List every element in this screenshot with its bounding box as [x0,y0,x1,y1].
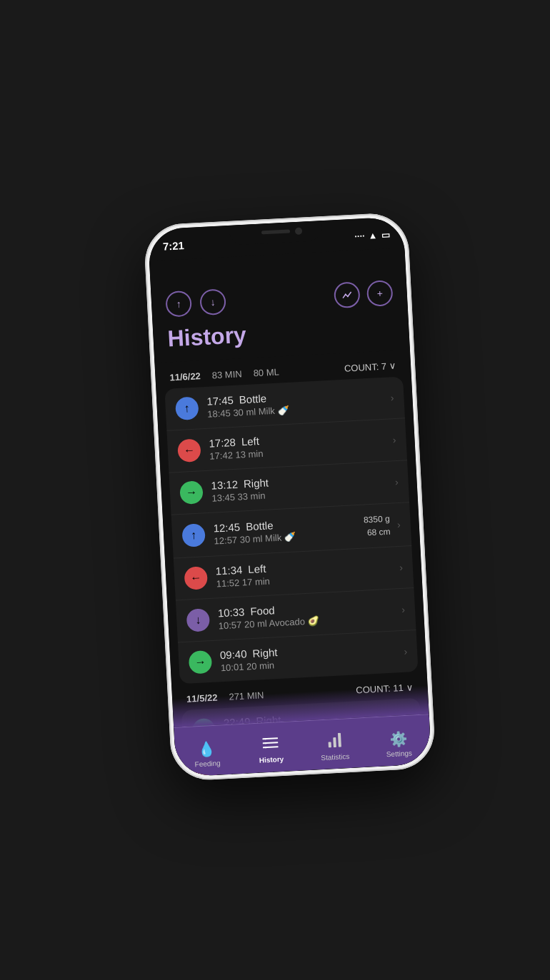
chevron-icon-1-4: › [399,561,404,572]
feed-icon-1-5: ↓ [186,608,211,632]
svg-rect-7 [265,747,267,748]
signal-icon: ···· [354,230,365,241]
feed-info-1-6: 09:40 Right 10:01 20 min [220,640,402,673]
feed-info-1-4: 11:34 Left 11:52 17 min [215,555,397,589]
count-label-1: COUNT: 7 ∨ [344,360,397,373]
tab-feeding[interactable]: 💧 Feeding [174,732,240,769]
feed-info-1-5: 10:33 Food 10:57 20 ml Avocado 🥑 [217,597,399,631]
feed-extra-1-3: 8350 g68 cm [363,512,391,539]
chevron-icon-1-0: › [390,392,394,403]
header-right: + [334,280,394,308]
total-ml-1: 80 ML [253,366,279,378]
svg-rect-10 [338,732,341,747]
feed-icon-1-2: → [179,480,204,505]
chevron-icon-1-5: › [401,603,406,615]
sort-up-button[interactable]: ↑ [165,290,192,317]
tab-history[interactable]: History [238,729,304,765]
feed-icon-1-6: → [189,650,213,674]
date-label-2: 11/5/22 [186,692,218,704]
svg-rect-5 [264,738,266,739]
chevron-icon-1-1: › [392,434,396,445]
add-button[interactable]: + [366,280,394,307]
chevron-count-icon-2: ∨ [406,682,414,693]
feed-info-1-3: 12:45 Bottle 12:57 30 ml Milk 🍼 [213,514,364,546]
battery-icon: ▭ [381,229,390,241]
svg-rect-8 [328,742,331,747]
svg-rect-6 [265,742,267,744]
header-actions: ↑ ↓ + [165,280,393,318]
total-min-2: 271 MIN [229,689,264,702]
tab-statistics[interactable]: Statistics [302,725,368,762]
feed-icon-1-1: ← [177,438,201,463]
status-time: 7:21 [162,239,184,253]
feed-icon-1-3: ↑ [181,523,206,547]
history-icon [262,737,279,754]
content-area[interactable]: ↑ ↓ + [149,248,431,777]
feed-info-1-0: 17:45 Bottle 18:45 30 ml Milk 🍼 [206,385,389,419]
svg-rect-9 [333,737,336,747]
chevron-count-icon-1: ∨ [389,360,397,371]
phone-outer: 7:21 ···· ▲ ▭ ↑ ↓ [143,211,436,781]
status-icons: ···· ▲ ▭ [354,229,390,242]
chevron-icon-1-3: › [397,518,401,530]
sort-down-button[interactable]: ↓ [199,288,226,315]
feed-info-1-2: 13:12 Right 13:45 33 min [211,470,393,503]
feed-info-1-1: 17:28 Left 17:42 13 min [209,428,391,461]
chart-button[interactable] [334,281,361,308]
date-label-1: 11/6/22 [169,370,201,383]
feeding-icon: 💧 [197,739,216,757]
chevron-icon-1-6: › [404,645,408,657]
speaker [261,229,290,234]
feed-icon-1-4: ← [184,566,208,590]
phone-inner: 7:21 ···· ▲ ▭ ↑ ↓ [148,216,432,777]
feed-icon-1-0: ↑ [175,396,199,420]
tab-settings[interactable]: ⚙️ Settings [366,722,431,759]
total-min-1: 83 MIN [211,368,242,380]
page-title: History [167,310,396,355]
wifi-icon: ▲ [368,230,378,241]
items-card-1: ↑ 17:45 Bottle 18:45 30 ml Milk 🍼 › [164,376,418,684]
statistics-icon [326,732,343,751]
header: ↑ ↓ + [149,248,410,363]
svg-point-0 [345,293,346,295]
camera [295,227,303,235]
screen: 7:21 ···· ▲ ▭ ↑ ↓ [148,216,432,777]
settings-icon: ⚙️ [389,729,408,747]
header-left: ↑ ↓ [165,288,226,317]
chevron-icon-1-2: › [395,475,399,487]
count-label-2: COUNT: 11 ∨ [356,682,414,695]
